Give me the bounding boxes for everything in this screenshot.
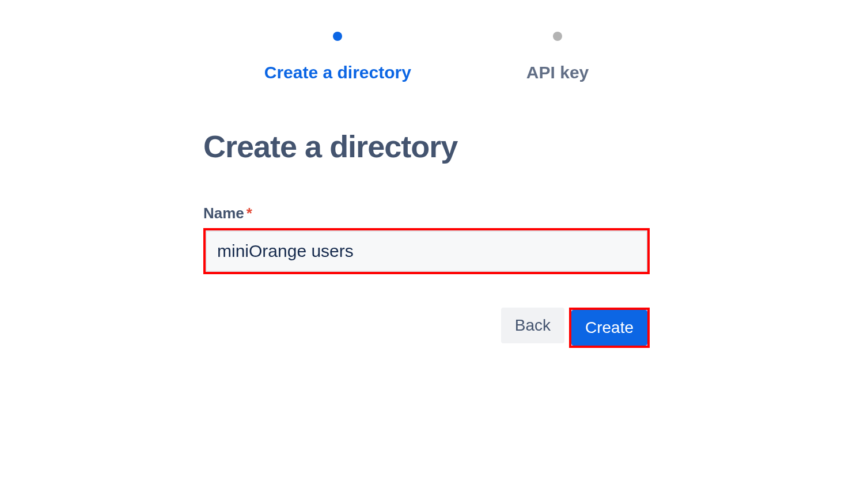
name-field-group: Name * <box>203 204 650 274</box>
highlight-frame <box>203 228 650 274</box>
step-label: API key <box>526 63 589 82</box>
highlight-frame: Create <box>569 308 650 348</box>
name-input[interactable] <box>206 230 647 272</box>
form-content: Create a directory Name * Back Create <box>203 128 650 348</box>
step-label: Create a directory <box>264 63 411 82</box>
page-title: Create a directory <box>203 128 650 164</box>
step-create-directory[interactable]: Create a directory <box>264 32 411 82</box>
step-api-key[interactable]: API key <box>526 32 589 82</box>
wizard-container: Create a directory API key Create a dire… <box>0 0 853 348</box>
step-dot-inactive <box>553 32 562 41</box>
name-label: Name <box>203 204 244 222</box>
field-label-wrap: Name * <box>203 204 650 222</box>
required-asterisk: * <box>247 204 252 222</box>
step-dot-active <box>333 32 342 41</box>
back-button[interactable]: Back <box>501 308 564 343</box>
button-row: Back Create <box>203 308 650 348</box>
create-button[interactable]: Create <box>571 310 647 346</box>
stepper: Create a directory API key <box>0 32 853 82</box>
